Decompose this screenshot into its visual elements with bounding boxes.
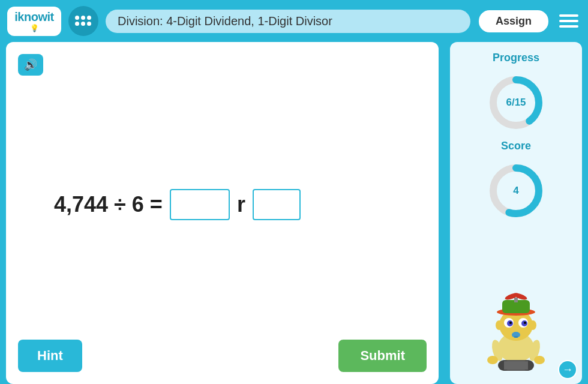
mascot-robot [471, 278, 561, 374]
submit-button[interactable]: Submit [338, 340, 427, 372]
svg-point-20 [496, 320, 503, 330]
progress-donut: 6/15 [486, 73, 546, 133]
dot [87, 16, 91, 20]
dot [81, 22, 85, 26]
right-panel: Progress 6/15 Score 4 [450, 42, 582, 384]
problem-display: 4,744 ÷ 6 = r [54, 189, 301, 220]
assign-button[interactable]: Assign [478, 9, 550, 34]
progress-title: Progress [493, 52, 539, 64]
svg-point-24 [487, 356, 498, 364]
equation-text: 4,744 ÷ 6 = [54, 192, 163, 217]
score-title: Score [501, 140, 531, 152]
svg-rect-9 [514, 298, 518, 302]
arrow-icon: → [562, 364, 573, 376]
dice-dots [75, 16, 92, 26]
dot [87, 22, 91, 26]
lesson-title: Division: 4-Digit Dividend, 1-Digit Divi… [106, 10, 470, 33]
problem-area: 4,744 ÷ 6 = r [18, 76, 427, 334]
menu-line [559, 25, 578, 28]
dot [81, 16, 85, 20]
panel-divider [443, 42, 445, 384]
svg-point-25 [534, 356, 545, 364]
logo: iknowit 💡 [7, 7, 61, 36]
svg-point-16 [509, 322, 512, 324]
svg-point-17 [524, 322, 526, 324]
mascot-area [457, 228, 575, 374]
header-right: Assign [478, 9, 581, 34]
logo-bulb: 💡 [30, 24, 39, 32]
answer-input[interactable] [171, 191, 229, 220]
bottom-buttons: Hint Submit [18, 334, 427, 372]
progress-value: 6/15 [506, 97, 526, 109]
dot [75, 22, 79, 26]
dice-icon [68, 6, 98, 36]
logo-text: iknowit [14, 10, 53, 24]
left-panel: 🔊 4,744 ÷ 6 = r Hint Submit [6, 42, 439, 384]
remainder-label: r [237, 192, 245, 217]
menu-line [559, 20, 578, 22]
header: iknowit 💡 Division: 4-Digit Dividend, 1-… [0, 0, 588, 42]
sound-icon: 🔊 [24, 58, 37, 71]
nav-arrow-button[interactable]: → [558, 360, 577, 379]
score-value: 4 [513, 185, 518, 197]
svg-point-21 [529, 320, 536, 330]
main-content: 🔊 4,744 ÷ 6 = r Hint Submit Progress [6, 42, 582, 384]
menu-line [559, 14, 578, 17]
dot [75, 16, 79, 20]
svg-rect-29 [504, 361, 528, 370]
svg-rect-19 [514, 336, 518, 338]
menu-button[interactable] [557, 12, 581, 30]
remainder-input[interactable] [254, 191, 299, 220]
sound-button[interactable]: 🔊 [18, 54, 43, 76]
hint-button[interactable]: Hint [18, 340, 82, 372]
score-donut: 4 [486, 161, 546, 221]
remainder-box[interactable] [253, 189, 301, 220]
answer-box[interactable] [170, 189, 230, 220]
